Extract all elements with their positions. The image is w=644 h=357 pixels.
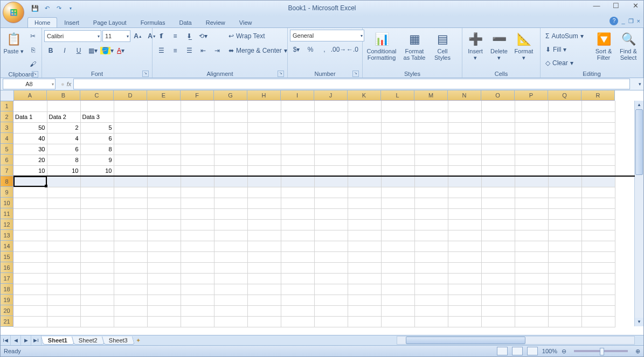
sort-filter-button[interactable]: 🔽Sort & Filter bbox=[592, 30, 615, 66]
last-sheet-button[interactable]: ▶I bbox=[31, 335, 41, 345]
cell-G8[interactable] bbox=[214, 176, 247, 187]
cell-J6[interactable] bbox=[314, 155, 348, 165]
cell-J13[interactable] bbox=[314, 230, 348, 241]
cell-P12[interactable] bbox=[515, 219, 548, 230]
cell-A3[interactable]: 50 bbox=[13, 122, 47, 133]
cell-K12[interactable] bbox=[348, 219, 381, 230]
cell-K2[interactable] bbox=[348, 111, 381, 122]
row-header-9[interactable]: 9 bbox=[1, 187, 13, 198]
cell-I11[interactable] bbox=[281, 208, 314, 219]
col-header-N[interactable]: N bbox=[448, 90, 481, 101]
cells-table[interactable]: Data 1Data 2Data 35025404630682089101010 bbox=[13, 101, 615, 327]
row-header-5[interactable]: 5 bbox=[1, 144, 13, 155]
cell-N5[interactable] bbox=[448, 144, 481, 155]
cell-R19[interactable] bbox=[581, 295, 615, 305]
cell-O7[interactable] bbox=[481, 165, 515, 176]
cell-M14[interactable] bbox=[414, 241, 448, 251]
cell-O12[interactable] bbox=[481, 219, 515, 230]
currency-button[interactable]: $▾ bbox=[290, 43, 303, 56]
number-launcher[interactable]: ↘ bbox=[352, 71, 359, 77]
cell-N9[interactable] bbox=[448, 187, 481, 198]
cell-G20[interactable] bbox=[214, 305, 247, 316]
row-header-21[interactable]: 21 bbox=[1, 316, 13, 327]
cell-C9[interactable] bbox=[80, 187, 114, 198]
cell-J16[interactable] bbox=[314, 262, 348, 273]
cell-B11[interactable] bbox=[47, 208, 80, 219]
cell-B8[interactable] bbox=[47, 176, 80, 187]
cell-E11[interactable] bbox=[147, 208, 181, 219]
col-header-Q[interactable]: Q bbox=[548, 90, 581, 101]
underline-button[interactable]: U bbox=[72, 44, 85, 57]
tab-review[interactable]: Review bbox=[199, 17, 232, 27]
font-name-combo[interactable]: Calibri▾ bbox=[44, 30, 101, 42]
cell-C18[interactable] bbox=[80, 284, 114, 295]
col-header-J[interactable]: J bbox=[314, 90, 348, 101]
border-button[interactable]: ▦▾ bbox=[86, 44, 99, 57]
cell-H20[interactable] bbox=[247, 305, 281, 316]
cell-C15[interactable] bbox=[80, 251, 114, 262]
cell-J10[interactable] bbox=[314, 198, 348, 208]
cell-R4[interactable] bbox=[581, 133, 615, 144]
cell-R10[interactable] bbox=[581, 198, 615, 208]
cell-I7[interactable] bbox=[281, 165, 314, 176]
cell-A16[interactable] bbox=[13, 262, 47, 273]
cell-F19[interactable] bbox=[181, 295, 214, 305]
row-header-15[interactable]: 15 bbox=[1, 251, 13, 262]
cell-C16[interactable] bbox=[80, 262, 114, 273]
cell-I12[interactable] bbox=[281, 219, 314, 230]
cell-L13[interactable] bbox=[381, 230, 414, 241]
cell-H13[interactable] bbox=[247, 230, 281, 241]
percent-button[interactable]: % bbox=[304, 43, 317, 56]
cell-N3[interactable] bbox=[448, 122, 481, 133]
cell-B16[interactable] bbox=[47, 262, 80, 273]
cell-D1[interactable] bbox=[114, 101, 147, 111]
col-header-D[interactable]: D bbox=[114, 90, 147, 101]
col-header-E[interactable]: E bbox=[147, 90, 181, 101]
cell-H6[interactable] bbox=[247, 155, 281, 165]
cell-P18[interactable] bbox=[515, 284, 548, 295]
format-painter-button[interactable]: 🖌 bbox=[26, 58, 39, 71]
format-cells-button[interactable]: 📐Format▾ bbox=[512, 30, 536, 66]
cell-P1[interactable] bbox=[515, 101, 548, 111]
cell-Q11[interactable] bbox=[548, 208, 581, 219]
vertical-scrollbar[interactable]: ▲ ▼ bbox=[634, 101, 643, 326]
cell-B20[interactable] bbox=[47, 305, 80, 316]
cell-Q5[interactable] bbox=[548, 144, 581, 155]
cell-G17[interactable] bbox=[214, 273, 247, 284]
cell-O8[interactable] bbox=[481, 176, 515, 187]
cell-I3[interactable] bbox=[281, 122, 314, 133]
cell-L9[interactable] bbox=[381, 187, 414, 198]
cut-button[interactable]: ✂ bbox=[26, 30, 39, 43]
cell-L2[interactable] bbox=[381, 111, 414, 122]
cell-I17[interactable] bbox=[281, 273, 314, 284]
cell-L12[interactable] bbox=[381, 219, 414, 230]
zoom-out-button[interactable]: ⊖ bbox=[562, 348, 566, 355]
cell-P7[interactable] bbox=[515, 165, 548, 176]
cell-C3[interactable]: 5 bbox=[80, 122, 114, 133]
cell-G2[interactable] bbox=[214, 111, 247, 122]
cell-J3[interactable] bbox=[314, 122, 348, 133]
scroll-down-button[interactable]: ▼ bbox=[635, 318, 643, 326]
cell-A2[interactable]: Data 1 bbox=[13, 111, 47, 122]
cell-R16[interactable] bbox=[581, 262, 615, 273]
conditional-formatting-button[interactable]: 📊Conditional Formatting bbox=[365, 30, 398, 66]
cell-B9[interactable] bbox=[47, 187, 80, 198]
cell-O4[interactable] bbox=[481, 133, 515, 144]
cell-A1[interactable] bbox=[13, 101, 47, 111]
row-header-3[interactable]: 3 bbox=[1, 122, 13, 133]
row-header-6[interactable]: 6 bbox=[1, 155, 13, 165]
cell-K19[interactable] bbox=[348, 295, 381, 305]
cell-M12[interactable] bbox=[414, 219, 448, 230]
cell-K21[interactable] bbox=[348, 316, 381, 327]
cell-A15[interactable] bbox=[13, 251, 47, 262]
cell-G4[interactable] bbox=[214, 133, 247, 144]
cell-F6[interactable] bbox=[181, 155, 214, 165]
cell-O18[interactable] bbox=[481, 284, 515, 295]
cell-F7[interactable] bbox=[181, 165, 214, 176]
cell-G6[interactable] bbox=[214, 155, 247, 165]
cell-M9[interactable] bbox=[414, 187, 448, 198]
cell-R6[interactable] bbox=[581, 155, 615, 165]
cell-L17[interactable] bbox=[381, 273, 414, 284]
cell-G10[interactable] bbox=[214, 198, 247, 208]
row-header-16[interactable]: 16 bbox=[1, 262, 13, 273]
